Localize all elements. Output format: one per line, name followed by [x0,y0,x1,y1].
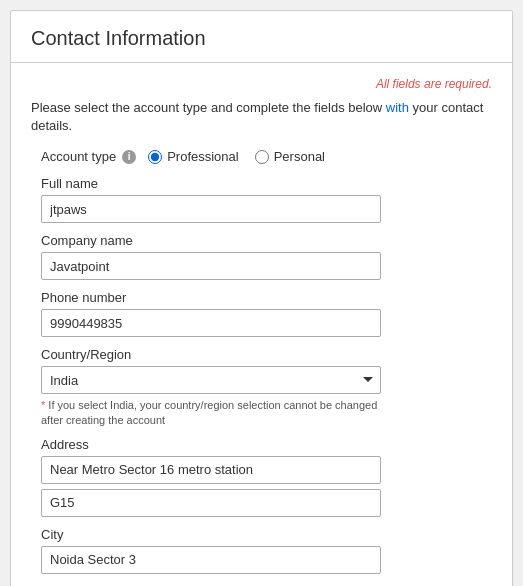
full-name-input[interactable] [41,195,381,223]
required-notice: All fields are required. [31,77,492,91]
radio-personal[interactable] [255,150,269,164]
account-type-label: Account type [41,149,116,164]
company-name-input[interactable] [41,252,381,280]
address-group: Address [41,437,492,517]
radio-option-personal[interactable]: Personal [255,149,325,164]
india-note-text: If you select India, your country/region… [41,399,377,425]
radio-professional-label[interactable]: Professional [167,149,239,164]
country-region-group: Country/Region India United States Unite… [41,347,492,427]
radio-professional[interactable] [148,150,162,164]
radio-option-professional[interactable]: Professional [148,149,239,164]
intro-text: Please select the account type and compl… [31,99,492,135]
form-section: Account type i Professional Personal Ful… [41,149,492,586]
address-line2-input[interactable] [41,489,381,517]
info-icon[interactable]: i [122,150,136,164]
address-label: Address [41,437,492,452]
account-type-row: Account type i Professional Personal [41,149,492,164]
country-region-select[interactable]: India United States United Kingdom Canad… [41,366,381,394]
form-container: All fields are required. Please select t… [11,63,512,586]
company-name-label: Company name [41,233,492,248]
intro-text-with: with [386,100,409,115]
full-name-group: Full name [41,176,492,223]
india-note: * If you select India, your country/regi… [41,398,381,427]
page-container: Contact Information All fields are requi… [10,10,513,586]
city-label: City [41,527,492,542]
company-name-group: Company name [41,233,492,280]
country-region-label: Country/Region [41,347,492,362]
city-input[interactable] [41,546,381,574]
account-type-radio-group: Professional Personal [148,149,325,164]
phone-number-label: Phone number [41,290,492,305]
page-title: Contact Information [31,27,492,50]
full-name-label: Full name [41,176,492,191]
intro-text-part1: Please select the account type and compl… [31,100,386,115]
address-line1-input[interactable] [41,456,381,484]
page-header: Contact Information [11,11,512,63]
city-group: City [41,527,492,574]
phone-number-group: Phone number [41,290,492,337]
radio-personal-label[interactable]: Personal [274,149,325,164]
phone-number-input[interactable] [41,309,381,337]
